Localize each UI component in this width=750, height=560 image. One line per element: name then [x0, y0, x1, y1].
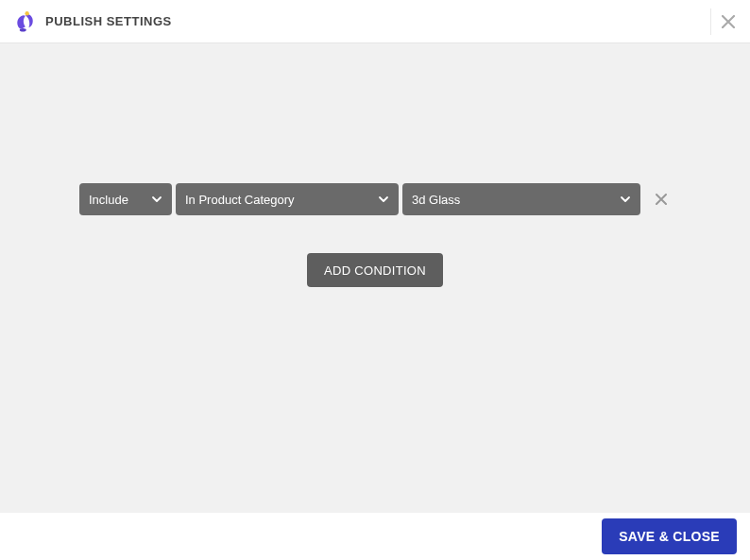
- close-dialog-button[interactable]: [710, 8, 737, 35]
- dialog-title: PUBLISH SETTINGS: [45, 14, 172, 28]
- main-panel: Include In Product Category 3d Glass: [0, 43, 750, 513]
- dialog-header: PUBLISH SETTINGS: [0, 0, 750, 43]
- condition-mode-select[interactable]: Include: [79, 183, 172, 215]
- close-icon: [656, 194, 667, 205]
- chevron-down-icon: [620, 194, 631, 205]
- dialog-footer: SAVE & CLOSE: [0, 513, 750, 560]
- app-logo: [9, 7, 40, 37]
- condition-row: Include In Product Category 3d Glass: [79, 183, 671, 215]
- condition-field-value: In Product Category: [185, 193, 295, 207]
- svg-point-0: [25, 11, 28, 15]
- svg-point-1: [20, 28, 26, 32]
- add-condition-button[interactable]: ADD CONDITION: [307, 253, 443, 287]
- chevron-down-icon: [378, 194, 389, 205]
- condition-value-text: 3d Glass: [412, 193, 460, 207]
- condition-mode-value: Include: [89, 193, 128, 207]
- condition-value-select[interactable]: 3d Glass: [402, 183, 640, 215]
- save-close-button[interactable]: SAVE & CLOSE: [602, 518, 737, 554]
- condition-field-select[interactable]: In Product Category: [176, 183, 399, 215]
- chevron-down-icon: [151, 194, 162, 205]
- remove-condition-button[interactable]: [652, 190, 671, 209]
- close-icon: [722, 15, 735, 28]
